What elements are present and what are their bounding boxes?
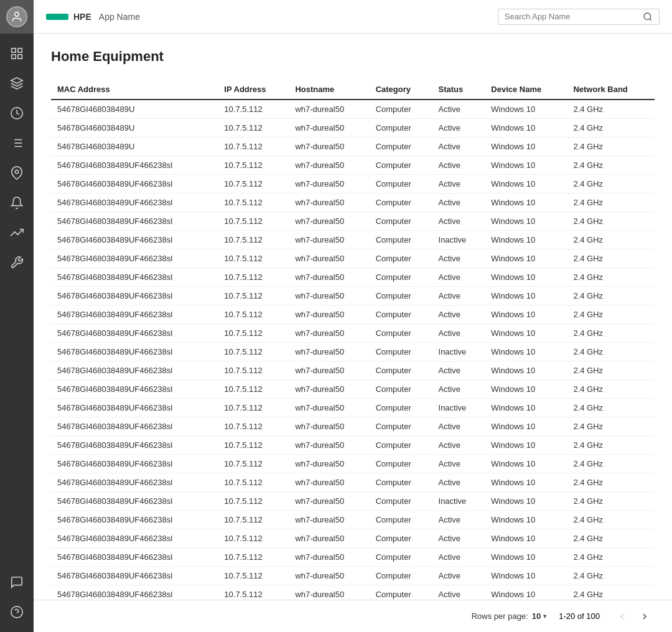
sidebar-item-overview[interactable] [0,68,34,98]
hpe-logo: HPE App Name [46,12,140,22]
cell-mac: 54678GI468038489UF466238sl [51,156,218,175]
cell-status: Active [432,548,485,567]
cell-network_band: 2.4 GHz [567,193,655,212]
sidebar-item-dashboard[interactable] [0,39,34,68]
cell-hostname: wh7-dureal50 [289,137,369,156]
table-row: 54678GI468038489UF466238sl10.7.5.112wh7-… [51,343,655,361]
search-button[interactable] [643,12,653,22]
cell-device_name: Windows 10 [485,567,567,585]
cell-mac: 54678GI468038489UF466238sl [51,287,218,305]
cell-hostname: wh7-dureal50 [289,119,369,137]
sidebar-item-chat[interactable] [0,567,34,597]
cell-status: Inactive [432,343,485,361]
cell-category: Computer [370,324,432,343]
cell-status: Active [432,156,485,175]
cell-category: Computer [370,529,432,548]
cell-device_name: Windows 10 [485,231,567,249]
chevron-down-icon: ▾ [543,613,546,620]
svg-rect-1 [12,49,16,52]
cell-mac: 54678GI468038489UF466238sl [51,417,218,436]
cell-device_name: Windows 10 [485,268,567,287]
cell-ip: 10.7.5.112 [218,567,289,585]
grid-icon [10,47,24,60]
cell-mac: 54678GI468038489U [51,137,218,156]
cell-hostname: wh7-dureal50 [289,175,369,193]
cell-status: Active [432,268,485,287]
cell-status: Active [432,380,485,399]
sidebar-item-location[interactable] [0,158,34,188]
cell-ip: 10.7.5.112 [218,231,289,249]
sidebar [0,0,34,632]
table-row: 54678GI468038489U10.7.5.112wh7-dureal50C… [51,119,655,137]
main-area: HPE App Name Home Equipment MAC Address … [34,0,672,632]
cell-network_band: 2.4 GHz [567,436,655,455]
svg-point-13 [15,170,19,174]
table-row: 54678GI468038489U10.7.5.112wh7-dureal50C… [51,100,655,119]
cell-network_band: 2.4 GHz [567,585,655,600]
cell-hostname: wh7-dureal50 [289,193,369,212]
cell-ip: 10.7.5.112 [218,511,289,529]
cell-hostname: wh7-dureal50 [289,417,369,436]
cell-category: Computer [370,585,432,600]
cell-device_name: Windows 10 [485,492,567,511]
cell-mac: 54678GI468038489UF466238sl [51,473,218,492]
cell-status: Active [432,119,485,137]
cell-device_name: Windows 10 [485,399,567,417]
table-row: 54678GI468038489UF466238sl10.7.5.112wh7-… [51,249,655,268]
cell-network_band: 2.4 GHz [567,287,655,305]
cell-ip: 10.7.5.112 [218,193,289,212]
cell-device_name: Windows 10 [485,175,567,193]
svg-point-0 [15,12,19,17]
search-bar[interactable] [498,9,660,25]
table-row: 54678GI468038489UF466238sl10.7.5.112wh7-… [51,231,655,249]
cell-mac: 54678GI468038489UF466238sl [51,529,218,548]
rows-per-page-selector[interactable]: 10 ▾ [532,611,546,621]
cell-mac: 54678GI468038489UF466238sl [51,567,218,585]
cell-hostname: wh7-dureal50 [289,548,369,567]
cell-hostname: wh7-dureal50 [289,585,369,600]
cell-status: Active [432,100,485,119]
cell-mac: 54678GI468038489UF466238sl [51,548,218,567]
help-circle-icon [10,605,24,619]
sidebar-item-history[interactable] [0,98,34,128]
cell-ip: 10.7.5.112 [218,380,289,399]
avatar-container[interactable] [0,0,34,34]
cell-device_name: Windows 10 [485,100,567,119]
search-input[interactable] [505,12,638,21]
cell-status: Active [432,175,485,193]
cell-category: Computer [370,287,432,305]
pagination-next-button[interactable] [635,606,655,626]
cell-device_name: Windows 10 [485,287,567,305]
cell-category: Computer [370,380,432,399]
cell-device_name: Windows 10 [485,473,567,492]
sidebar-item-tools[interactable] [0,248,34,277]
cell-ip: 10.7.5.112 [218,455,289,473]
table-row: 54678GI468038489UF466238sl10.7.5.112wh7-… [51,455,655,473]
cell-device_name: Windows 10 [485,212,567,231]
cell-ip: 10.7.5.112 [218,585,289,600]
cell-device_name: Windows 10 [485,585,567,600]
cell-mac: 54678GI468038489UF466238sl [51,343,218,361]
cell-mac: 54678GI468038489U [51,119,218,137]
cell-ip: 10.7.5.112 [218,137,289,156]
sidebar-item-analytics[interactable] [0,218,34,248]
table-row: 54678GI468038489UF466238sl10.7.5.112wh7-… [51,548,655,567]
sidebar-item-help[interactable] [0,597,34,627]
cell-ip: 10.7.5.112 [218,100,289,119]
cell-device_name: Windows 10 [485,548,567,567]
cell-ip: 10.7.5.112 [218,305,289,324]
equipment-table: MAC Address IP Address Hostname Category… [51,80,655,600]
sidebar-item-alerts[interactable] [0,188,34,218]
pagination-info: 1-20 of 100 [559,611,600,621]
sidebar-item-list[interactable] [0,128,34,158]
cell-mac: 54678GI468038489UF466238sl [51,175,218,193]
svg-point-16 [644,13,651,20]
pagination-prev-button[interactable] [612,606,632,626]
table-header: MAC Address IP Address Hostname Category… [51,80,655,100]
table-row: 54678GI468038489UF466238sl10.7.5.112wh7-… [51,212,655,231]
table-body: 54678GI468038489U10.7.5.112wh7-dureal50C… [51,100,655,600]
cell-ip: 10.7.5.112 [218,175,289,193]
cell-status: Active [432,455,485,473]
cell-category: Computer [370,343,432,361]
list-icon [10,136,24,150]
